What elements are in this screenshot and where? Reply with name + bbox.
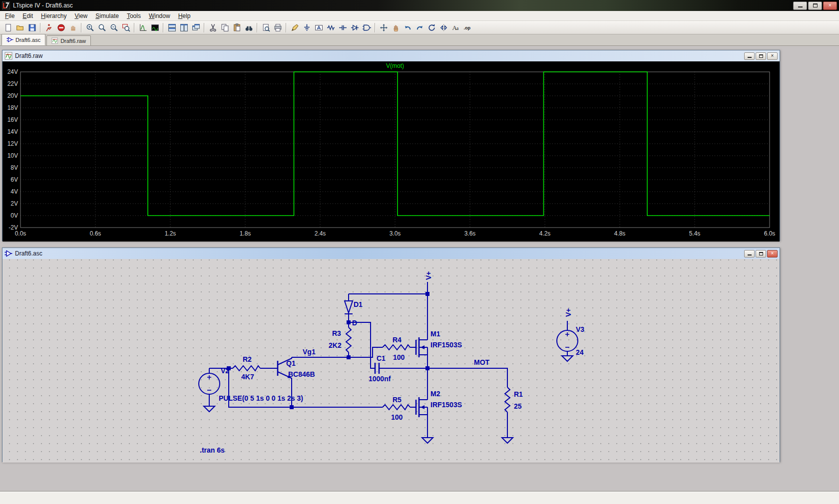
resistor-button[interactable] — [325, 22, 337, 33]
autorange-y-button[interactable] — [137, 22, 149, 33]
trace-legend[interactable]: V(mot) — [386, 62, 404, 69]
halt-button[interactable] — [55, 22, 67, 33]
save-button[interactable] — [26, 22, 38, 33]
net-label-vg1[interactable]: Vg1 — [303, 348, 316, 356]
waveform-close-button[interactable]: × — [767, 52, 778, 60]
pause-button[interactable] — [67, 22, 79, 33]
schematic-close-button[interactable]: × — [767, 250, 778, 257]
component-v2[interactable]: V2 PULSE(0 5 1s 0 0 1s 2s 3) — [199, 367, 303, 402]
tile-horizontal-button[interactable] — [166, 22, 178, 33]
new-schematic-button[interactable] — [2, 22, 14, 33]
schematic-canvas[interactable]: V+ V+ D1 R3 2K2 — [2, 259, 780, 463]
cascade-windows-icon — [192, 23, 200, 32]
menu-simulate[interactable]: Simulate — [91, 11, 123, 20]
tab-draft6.raw[interactable]: Draft6.raw — [46, 35, 91, 45]
schematic-minimize-button[interactable] — [744, 250, 755, 257]
svg-text:24V: 24V — [7, 68, 18, 75]
maximize-button[interactable] — [808, 1, 822, 10]
spice-directive-text[interactable]: .tran 6s — [200, 446, 225, 454]
status-bar — [0, 491, 839, 504]
svg-text:2V: 2V — [10, 200, 18, 207]
component-r4[interactable]: R4 100 — [383, 336, 410, 361]
zoom-pan-icon — [98, 23, 106, 32]
redo-button[interactable] — [414, 22, 425, 33]
component-r3[interactable]: R3 2K2 — [329, 327, 351, 352]
print-preview-button[interactable] — [260, 22, 272, 33]
move-button[interactable] — [378, 22, 390, 33]
undo-button[interactable] — [402, 22, 414, 33]
svg-text:M2: M2 — [430, 390, 440, 398]
net-label-mot[interactable]: MOT — [474, 358, 490, 366]
drag-button[interactable] — [390, 22, 402, 33]
schematic-maximize-button[interactable] — [756, 250, 766, 257]
component-m2[interactable]: M2 IRF1503S — [416, 390, 462, 417]
svg-text:1000nf: 1000nf — [369, 375, 391, 383]
net-label-d[interactable]: D — [352, 319, 357, 327]
print-button[interactable] — [272, 22, 284, 33]
menu-hierarchy[interactable]: Hierarchy — [37, 11, 70, 20]
ground-button[interactable] — [301, 22, 313, 33]
cascade-windows-button[interactable] — [190, 22, 202, 33]
svg-text:R3: R3 — [332, 329, 341, 337]
component-r2[interactable]: R2 4K7 — [233, 355, 260, 381]
component-d1[interactable]: D1 — [345, 300, 363, 314]
diode-button[interactable] — [349, 22, 361, 33]
schematic-window-icon — [4, 250, 12, 257]
tab-label: Draft6.asc — [15, 37, 40, 43]
net-flag-vplus-v3[interactable]: V+ — [564, 308, 572, 317]
tab-draft6.asc[interactable]: Draft6.asc — [1, 34, 45, 45]
run-button[interactable] — [43, 22, 55, 33]
zoom-pan-button[interactable] — [96, 22, 108, 33]
waveform-minimize-button[interactable] — [744, 52, 755, 60]
svg-text:25: 25 — [514, 402, 522, 410]
menu-edit[interactable]: Edit — [18, 11, 37, 20]
capacitor-button[interactable] — [337, 22, 349, 33]
rotate-button[interactable] — [425, 22, 437, 33]
component-m1[interactable]: M1 IRF1503S — [416, 330, 462, 357]
net-flag-vplus-top[interactable]: V+ — [424, 271, 432, 280]
wires[interactable] — [209, 282, 567, 438]
open-button[interactable] — [14, 22, 26, 33]
component-button[interactable] — [361, 22, 373, 33]
waveform-window-title: Draft6.raw — [15, 52, 42, 59]
svg-text:2.4s: 2.4s — [315, 230, 326, 237]
mirror-button[interactable] — [437, 22, 449, 33]
ground-icon — [204, 406, 215, 412]
text-button[interactable]: Aa — [449, 22, 461, 33]
plot-panes-button[interactable] — [149, 22, 161, 33]
waveform-maximize-button[interactable] — [756, 52, 766, 60]
text-icon: Aa — [451, 23, 460, 32]
menu-file[interactable]: File — [1, 11, 18, 20]
tab-bar: Draft6.ascDraft6.raw — [0, 34, 839, 46]
zoom-in-button[interactable] — [84, 22, 96, 33]
minimize-button[interactable] — [793, 1, 807, 10]
wire-button[interactable] — [289, 22, 301, 33]
zoom-out-button[interactable] — [108, 22, 120, 33]
schematic-window: Draft6.asc × — [2, 248, 780, 462]
waveform-plot[interactable]: 24V22V20V18V16V14V12V10V8V6V4V2V0V-2V0.0… — [2, 61, 780, 242]
tile-vertical-button[interactable] — [178, 22, 190, 33]
net-label-button[interactable] — [313, 22, 325, 33]
component-v3[interactable]: V3 24 — [557, 325, 584, 356]
toolbar-separator — [163, 23, 164, 32]
copy-button[interactable] — [219, 22, 231, 33]
menu-window[interactable]: Window — [145, 11, 174, 20]
find-button[interactable] — [243, 22, 255, 33]
svg-text:1.8s: 1.8s — [240, 230, 251, 237]
menu-help[interactable]: Help — [174, 11, 195, 20]
cut-button[interactable] — [207, 22, 219, 33]
menu-tools[interactable]: Tools — [123, 11, 145, 20]
schematic-window-titlebar[interactable]: Draft6.asc × — [2, 248, 780, 259]
spice-directive-button[interactable]: .op — [461, 22, 473, 33]
zoom-full-button[interactable] — [120, 22, 132, 33]
svg-text:.op: .op — [463, 25, 470, 30]
component-r1[interactable]: R1 25 — [505, 387, 523, 412]
waveform-window-titlebar[interactable]: Draft6.raw × — [2, 50, 780, 61]
titlebar[interactable]: LTspice IV - Draft6.asc × — [0, 0, 839, 11]
menu-view[interactable]: View — [70, 11, 91, 20]
close-button[interactable]: × — [823, 1, 837, 10]
save-icon — [28, 23, 36, 32]
paste-button[interactable] — [231, 22, 243, 33]
junction-dots — [227, 292, 429, 409]
component-r5[interactable]: R5 100 — [383, 396, 410, 421]
